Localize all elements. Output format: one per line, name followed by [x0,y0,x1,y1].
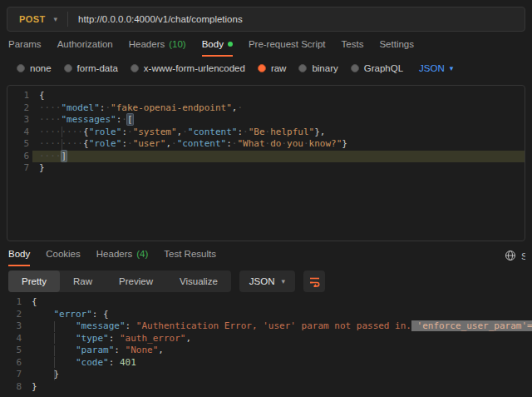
code-line[interactable]: 8} [0,381,532,394]
radio-label: x-www-form-urlencoded [144,63,245,73]
radio-label: form-data [77,63,118,73]
tab-label: Authorization [57,39,113,49]
raw-format-label: JSON [419,63,445,73]
tab-label: Settings [379,39,414,49]
code-line[interactable]: 7} [7,162,525,175]
view-raw[interactable]: Raw [60,270,106,292]
tab-label: Tests [342,39,364,49]
line-number: 2 [0,309,25,321]
response-format-dropdown[interactable]: JSON ▾ [239,270,295,292]
tab-body[interactable]: Body [202,34,233,57]
radio-label: raw [271,63,287,73]
tab-label: Headers [129,39,165,49]
chevron-down-icon[interactable]: ▾ [54,15,68,23]
view-switcher: PrettyRawPreviewVisualize [8,270,231,292]
code-line[interactable]: 5 "param": "None", [0,345,532,357]
response-body-editor[interactable]: 1{2 "error": {3 "message": "Authenticati… [0,296,532,393]
radio-icon [64,64,72,72]
line-number: 4 [0,333,25,345]
line-content: } [32,162,525,175]
line-content: ····] [32,151,525,163]
chevron-down-icon: ▾ [450,64,454,72]
unsaved-dot-icon [228,42,233,47]
radio-icon [131,64,139,72]
body-type-row: noneform-datax-www-form-urlencodedrawbin… [0,57,532,80]
view-visualize[interactable]: Visualize [166,270,231,292]
code-line[interactable]: 5········{"role":·"user",·"content":·"Wh… [7,138,525,151]
radio-label: binary [312,63,337,73]
line-content: "type": "auth_error", [25,333,532,345]
code-line[interactable]: 6 "code": 401 [0,357,532,370]
body-type-raw[interactable]: raw [258,63,287,73]
line-number: 7 [7,162,32,175]
line-number: 5 [0,345,25,357]
code-line[interactable]: 4········{"role":·"system",·"content":·"… [7,127,525,139]
request-url-bar: POST ▾ http://0.0.0.0:4000/v1/chat/compl… [7,7,525,32]
response-tab-test-results[interactable]: Test Results [164,244,216,266]
line-content: "code": 401 [25,357,532,370]
url-input[interactable]: http://0.0.0.0:4000/v1/chat/completions [68,14,243,24]
tab-count-badge: (10) [169,39,185,49]
tab-params[interactable]: Params [8,34,42,57]
code-line[interactable]: 2 "error": { [0,309,532,321]
method-selector[interactable]: POST [7,14,54,24]
line-number: 1 [0,296,25,309]
response-format-label: JSON [249,276,275,286]
line-content: { [32,90,525,102]
body-type-form-data[interactable]: form-data [64,63,118,73]
code-line[interactable]: 3····"messages":·[ [7,114,525,127]
raw-format-dropdown[interactable]: JSON▾ [419,63,453,73]
body-type-none[interactable]: none [17,63,52,73]
radio-icon [351,64,359,72]
tab-label: Headers [96,249,132,259]
body-type-x-www-form-urlencoded[interactable]: x-www-form-urlencoded [131,63,245,73]
radio-icon [298,64,307,72]
tab-label: Pre-request Script [249,39,326,49]
view-preview[interactable]: Preview [106,270,166,292]
line-content: } [25,369,532,381]
tab-label: Test Results [164,249,216,259]
tab-headers[interactable]: Headers(10) [129,34,186,57]
status-edge-text: S [521,251,525,261]
response-tab-body[interactable]: Body [8,244,30,266]
body-type-binary[interactable]: binary [298,63,337,73]
code-line[interactable]: 1{ [0,296,532,309]
line-content: "error": { [25,309,532,321]
selected-text: 'enforce_user_param'=True" [411,320,532,331]
radio-icon [17,64,25,72]
tab-count-badge: (4) [136,249,148,259]
line-content: } [25,381,532,394]
radio-label: none [30,63,52,73]
line-number: 7 [0,369,25,381]
line-content: ····"messages":·[ [32,114,525,127]
line-number: 6 [7,151,32,163]
response-tab-headers[interactable]: Headers(4) [96,244,149,266]
code-line[interactable]: 2····"model":·"fake-openai-endpoint",· [7,102,525,115]
line-number: 6 [0,357,25,370]
body-type-graphql[interactable]: GraphQL [351,63,403,73]
radio-label: GraphQL [364,63,403,73]
code-line[interactable]: 1{ [7,90,525,102]
code-line[interactable]: 6····] [7,151,525,163]
view-pretty[interactable]: Pretty [8,270,60,292]
request-body-editor[interactable]: 1{2····"model":·"fake-openai-endpoint",·… [7,85,525,241]
globe-icon[interactable] [505,250,516,261]
code-line[interactable]: 7 } [0,369,532,381]
tab-pre-request-script[interactable]: Pre-request Script [249,34,326,57]
tab-authorization[interactable]: Authorization [57,34,113,57]
wrap-text-button[interactable] [303,270,325,292]
response-tab-cookies[interactable]: Cookies [46,244,81,266]
tab-label: Body [202,39,224,49]
code-line[interactable]: 4 "type": "auth_error", [0,333,532,345]
line-content: ····"model":·"fake-openai-endpoint",· [32,102,525,115]
tab-label: Params [8,39,42,49]
line-number: 1 [7,90,32,102]
tab-tests[interactable]: Tests [342,34,364,57]
tab-settings[interactable]: Settings [379,34,414,57]
code-line[interactable]: 3 "message": "Authentication Error, 'use… [0,320,532,333]
line-content: ········{"role":·"system",·"content":·"B… [32,127,525,139]
line-number: 3 [7,114,32,127]
line-content: "param": "None", [25,345,532,357]
line-number: 5 [7,138,32,151]
tab-label: Cookies [46,249,81,259]
